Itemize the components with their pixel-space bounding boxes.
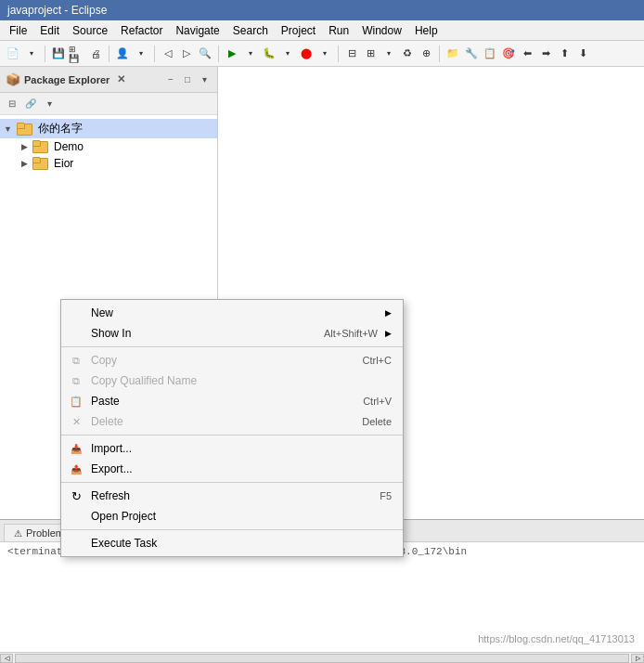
ctx-import[interactable]: 📥 Import...: [61, 438, 403, 459]
ctx-copy-qualified-icon: ⧉: [69, 373, 84, 388]
pkg-link-btn[interactable]: 🔗: [22, 96, 39, 112]
toolbar-user-dropdown[interactable]: ▾: [132, 45, 150, 63]
toolbar-run-dropdown[interactable]: ▾: [241, 45, 260, 63]
ctx-paste-icon: 📋: [69, 394, 84, 409]
title-bar: javaproject - Eclipse: [0, 0, 644, 20]
problems-icon: ⚠: [14, 528, 22, 539]
menu-file[interactable]: File: [4, 22, 32, 39]
ctx-copy[interactable]: ⧉ Copy Ctrl+C: [61, 350, 403, 370]
toolbar-ext-btn[interactable]: ⬤: [297, 45, 316, 63]
toolbar-user-btn[interactable]: 👤: [113, 45, 132, 63]
toolbar-right-btn5[interactable]: ⬅: [518, 45, 536, 63]
menu-bar: File Edit Source Refactor Navigate Searc…: [0, 20, 644, 41]
bottom-scroll-right[interactable]: ▷: [631, 654, 644, 663]
tree-item-demo[interactable]: ▶ Demo: [0, 138, 217, 155]
menu-source[interactable]: Source: [67, 22, 113, 39]
ctx-export-label: Export...: [91, 462, 392, 475]
ctx-show-in-shortcut: Alt+Shift+W: [324, 328, 378, 339]
toolbar-print-btn[interactable]: 🖨: [86, 45, 105, 63]
toolbar-misc-btn4[interactable]: ⊕: [417, 45, 435, 63]
toolbar-search-btn[interactable]: 🔍: [196, 45, 214, 63]
ctx-copy-icon: ⧉: [69, 353, 84, 368]
toolbar-save-all-btn[interactable]: ⊞💾: [68, 45, 86, 63]
menu-edit[interactable]: Edit: [34, 22, 65, 39]
toolbar-back-btn[interactable]: ◁: [159, 45, 177, 63]
toolbar-debug-btn[interactable]: 🐛: [260, 45, 278, 63]
pkg-minimize-btn[interactable]: −: [163, 72, 178, 87]
menu-refactor[interactable]: Refactor: [115, 22, 168, 39]
package-explorer-icon: 📦: [6, 72, 20, 86]
toolbar-right-btn4[interactable]: 🎯: [499, 45, 518, 63]
tree-item-project[interactable]: ▼ 你的名字: [0, 119, 217, 138]
ctx-execute-task[interactable]: Execute Task: [61, 533, 403, 553]
toolbar-sep-4: [218, 46, 219, 62]
menu-project[interactable]: Project: [276, 22, 321, 39]
ctx-paste[interactable]: 📋 Paste Ctrl+V: [61, 391, 403, 411]
tree-arrow-demo[interactable]: ▶: [21, 142, 28, 151]
ctx-new-label: New: [91, 306, 378, 319]
ctx-open-project-label: Open Project: [91, 510, 392, 523]
toolbar-right-btn1[interactable]: 📁: [444, 45, 462, 63]
ctx-new[interactable]: New ▶: [61, 303, 403, 323]
pkg-menu-btn[interactable]: ▾: [197, 72, 212, 87]
ctx-export[interactable]: 📤 Export...: [61, 459, 403, 479]
toolbar-group-save: 💾 ⊞💾 🖨: [49, 45, 105, 63]
bottom-scrollbar[interactable]: ◁ ▷: [0, 652, 644, 663]
pkg-collapse-btn[interactable]: ⊟: [4, 96, 20, 112]
main-area: 📦 Package Explorer ✕ − □ ▾ ⊟ 🔗 ▾ ▼ 你的名字: [0, 67, 644, 663]
ctx-show-in[interactable]: Show In Alt+Shift+W ▶: [61, 323, 403, 344]
ctx-copy-qualified[interactable]: ⧉ Copy Qualified Name: [61, 370, 403, 391]
package-explorer-title: Package Explorer: [24, 74, 109, 85]
toolbar-right-btn2[interactable]: 🔧: [462, 45, 481, 63]
toolbar-right-btn8[interactable]: ⬇: [573, 45, 592, 63]
toolbar-group-user: 👤 ▾: [113, 45, 150, 63]
toolbar-dropdown[interactable]: ▾: [22, 45, 41, 63]
ctx-refresh[interactable]: ↻ Refresh F5: [61, 486, 403, 506]
ctx-export-icon: 📤: [69, 462, 84, 476]
toolbar-misc-btn3[interactable]: ♻: [398, 45, 417, 63]
menu-window[interactable]: Window: [356, 22, 407, 39]
demo-folder-icon: [32, 140, 47, 153]
menu-run[interactable]: Run: [323, 22, 354, 39]
ctx-delete-icon: ✕: [69, 414, 84, 429]
ctx-refresh-icon: ↻: [69, 488, 84, 503]
toolbar: 📄 ▾ 💾 ⊞💾 🖨 👤 ▾ ◁ ▷ 🔍 ▶ ▾ 🐛 ▾ ⬤ ▾ ⊟ ⊞ ▾ ♻…: [0, 41, 644, 67]
toolbar-save-btn[interactable]: 💾: [49, 45, 68, 63]
tree-item-eior[interactable]: ▶ Eior: [0, 155, 217, 172]
context-menu: New ▶ Show In Alt+Shift+W ▶ ⧉ Copy Ctrl+…: [60, 299, 404, 557]
toolbar-sep-6: [439, 46, 440, 62]
menu-help[interactable]: Help: [409, 22, 444, 39]
toolbar-group-run: ▶ ▾ 🐛 ▾ ⬤ ▾: [223, 45, 334, 63]
toolbar-group-misc: ⊟ ⊞ ▾ ♻ ⊕: [342, 45, 435, 63]
tree-arrow-eior[interactable]: ▶: [21, 159, 28, 168]
pkg-maximize-btn[interactable]: □: [180, 72, 195, 87]
tree-arrow-expand[interactable]: ▼: [4, 124, 12, 134]
toolbar-forward-btn[interactable]: ▷: [177, 45, 196, 63]
toolbar-misc-btn1[interactable]: ⊟: [342, 45, 361, 63]
toolbar-right-btn3[interactable]: 📋: [481, 45, 499, 63]
ctx-delete[interactable]: ✕ Delete Delete: [61, 411, 403, 432]
toolbar-ext-dropdown[interactable]: ▾: [316, 45, 334, 63]
toolbar-group-search: ◁ ▷ 🔍: [159, 45, 214, 63]
tree-item-label-demo: Demo: [54, 140, 84, 153]
ctx-import-icon: 📥: [69, 441, 84, 456]
toolbar-right-btn7[interactable]: ⬆: [555, 45, 573, 63]
package-explorer-toolbar: ⊟ 🔗 ▾: [0, 93, 217, 115]
pkg-view-menu-btn[interactable]: ▾: [41, 96, 58, 112]
menu-navigate[interactable]: Navigate: [170, 22, 225, 39]
toolbar-new-btn[interactable]: 📄: [4, 45, 22, 63]
toolbar-run-btn[interactable]: ▶: [223, 45, 241, 63]
eior-folder-icon: [32, 157, 47, 170]
ctx-refresh-shortcut: F5: [380, 490, 392, 501]
toolbar-misc-dropdown[interactable]: ▾: [380, 45, 398, 63]
package-explorer-close-icon[interactable]: ✕: [117, 73, 125, 85]
ctx-open-project[interactable]: Open Project: [61, 506, 403, 526]
toolbar-right-btn6[interactable]: ➡: [536, 45, 555, 63]
toolbar-misc-btn2[interactable]: ⊞: [361, 45, 380, 63]
tree-item-label-project: 你的名字: [38, 121, 83, 136]
bottom-scroll-left[interactable]: ◁: [0, 654, 13, 663]
toolbar-debug-dropdown[interactable]: ▾: [278, 45, 297, 63]
ctx-sep-3: [61, 482, 403, 483]
bottom-scrollbar-track[interactable]: [15, 654, 629, 663]
menu-search[interactable]: Search: [227, 22, 274, 39]
